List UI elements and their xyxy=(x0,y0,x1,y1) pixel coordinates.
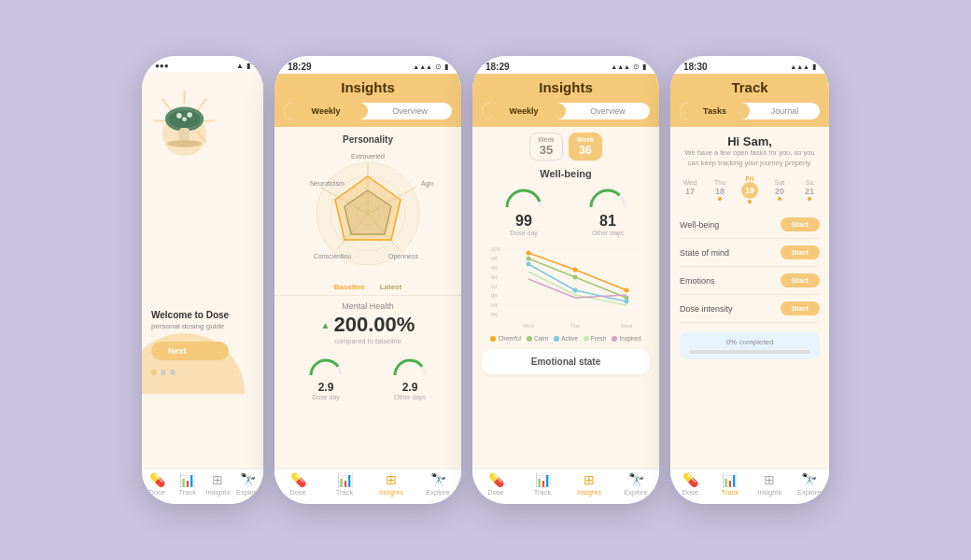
cal-sun: Su 21 xyxy=(795,179,823,201)
nav-explore-1[interactable]: 🔭 Explore xyxy=(233,473,264,497)
radar-chart: .radar-bg { fill: #f9f0e0; stroke: #e8d8… xyxy=(303,148,433,279)
nav-explore-3[interactable]: 🔭 Explore xyxy=(612,473,659,497)
svg-text:Openness: Openness xyxy=(388,253,418,260)
svg-point-13 xyxy=(167,140,203,147)
mental-health-value: 200.00% xyxy=(334,313,415,337)
svg-text:Wed: Wed xyxy=(621,323,632,329)
app-header-3: Insights xyxy=(472,74,659,103)
nav-track-label: Track xyxy=(179,488,196,497)
nav-insights-3[interactable]: ⊞ Insights xyxy=(566,473,612,497)
calendar-row: Wed 17 Thu 18 Fri 19 Sa xyxy=(670,172,829,207)
nav-track-1[interactable]: 📊 Track xyxy=(173,473,204,497)
nav-insights-1[interactable]: ⊞ Insights xyxy=(203,473,233,497)
radar-legend: Baseline Latest xyxy=(284,283,452,291)
dot-1 xyxy=(151,370,157,375)
wifi-icon: ▲ xyxy=(236,62,244,70)
tab-journal-4[interactable]: Journal xyxy=(750,103,820,119)
wellbeing-label: Well-being xyxy=(680,220,719,230)
app-header-2: Insights xyxy=(274,74,461,103)
legend-cheerful: Cheerful xyxy=(490,335,521,342)
legend-baseline: Baseline xyxy=(334,283,365,291)
progress-section: 0% completed xyxy=(680,332,820,359)
phone-1: ●●● ▲ ▮ xyxy=(142,56,263,504)
dose-intensity-label: Dose intensity xyxy=(680,304,733,314)
nav-insights-2[interactable]: ⊞ Insights xyxy=(368,473,415,497)
state-of-mind-start-btn[interactable]: Start xyxy=(781,245,820,259)
legend-calm: Calm xyxy=(527,335,548,342)
cal-sat: Sat 20 xyxy=(766,179,794,201)
nav-dose-1[interactable]: 💊 Dose xyxy=(142,473,173,497)
emotions-label: Emotions xyxy=(680,276,715,286)
welcome-title: Welcome to Dose xyxy=(151,310,229,320)
personality-title: Personality xyxy=(284,134,452,145)
cal-fri[interactable]: Fri 19 xyxy=(736,175,764,203)
track-dose-intensity: Dose intensity Start xyxy=(680,295,820,323)
tab-tasks-4[interactable]: Tasks xyxy=(680,103,750,119)
nav-insights-4[interactable]: ⊞ Insights xyxy=(750,473,790,497)
emotional-state-label: Emotional state xyxy=(531,357,600,367)
phone-4: 18:30 ▲▲▲ ▮ Track Tasks Journal Hi Sam, xyxy=(670,56,829,504)
wellbeing-start-btn[interactable]: Start xyxy=(781,217,820,231)
score-dose-value-2: 2.9 xyxy=(307,381,345,394)
state-of-mind-label: State of mind xyxy=(680,248,729,258)
content-4: Hi Sam, We have a few open tasks for you… xyxy=(670,127,829,469)
nav-dose-3[interactable]: 💊 Dose xyxy=(472,473,519,497)
signal-icon-3: ▲▲▲ xyxy=(611,63,630,70)
mental-health-compare: compared to baseline xyxy=(284,337,452,345)
time-4: 18:30 xyxy=(683,62,708,72)
legend-fresh: Fresh xyxy=(584,335,607,342)
wellbeing-title: Well-being xyxy=(472,164,659,183)
dose-intensity-start-btn[interactable]: Start xyxy=(781,301,820,315)
track-wellbeing: Well-being Start xyxy=(680,211,820,239)
nav-explore-4[interactable]: 🔭 Explore xyxy=(790,473,830,497)
svg-text:88: 88 xyxy=(491,302,498,308)
wifi-icon-2: ⊙ xyxy=(435,63,442,71)
pagination-dots xyxy=(151,370,229,375)
nav-dose-4[interactable]: 💊 Dose xyxy=(670,473,711,497)
nav-dose-2[interactable]: 💊 Dose xyxy=(274,473,321,497)
tab-weekly-3[interactable]: Weekly xyxy=(482,103,566,119)
battery-icon-2: ▮ xyxy=(444,63,448,71)
tab-toggle-2: Weekly Overview xyxy=(274,103,461,127)
svg-text:92: 92 xyxy=(491,284,498,289)
status-bar-3: 18:29 ▲▲▲ ⊙ ▮ xyxy=(472,56,659,74)
svg-point-55 xyxy=(527,262,531,267)
score-dose-label-3: Dose day xyxy=(503,230,544,236)
mental-health-section: Mental Health ▲ 200.00% compared to base… xyxy=(274,295,461,351)
nav-track-4[interactable]: 📊 Track xyxy=(711,473,751,497)
tab-weekly-2[interactable]: Weekly xyxy=(284,103,368,119)
track-emotions: Emotions Start xyxy=(680,267,820,295)
greeting-section: Hi Sam, We have a few open tasks for you… xyxy=(670,127,829,172)
score-other-3: 81 Other days xyxy=(587,187,628,236)
nav-track-3[interactable]: 📊 Track xyxy=(519,473,566,497)
explore-icon: 🔭 xyxy=(240,473,256,486)
content-2: Personality .radar-bg { fill: #f9f0e0; s… xyxy=(274,127,461,469)
welcome-subtitle: personal dosing guide xyxy=(151,322,229,330)
header-title-3: Insights xyxy=(539,79,593,95)
nav-explore-label: Explore xyxy=(236,488,260,497)
signal-icon-4: ▲▲▲ xyxy=(790,63,809,70)
emotional-state-box: Emotional state xyxy=(482,349,650,374)
nav-explore-2[interactable]: 🔭 Explore xyxy=(415,473,461,497)
emotions-start-btn[interactable]: Start xyxy=(781,273,820,287)
insights-icon: ⊞ xyxy=(212,473,223,486)
week-35[interactable]: Week 35 xyxy=(529,133,563,161)
tab-overview-3[interactable]: Overview xyxy=(566,103,650,119)
svg-text:94: 94 xyxy=(491,274,498,280)
score-81: 81 xyxy=(587,213,628,230)
svg-line-2 xyxy=(198,99,206,110)
svg-point-49 xyxy=(527,251,531,256)
status-bar-2: 18:29 ▲▲▲ ⊙ ▮ xyxy=(274,56,461,74)
wifi-icon-3: ⊙ xyxy=(633,63,640,71)
nav-track-2[interactable]: 📊 Track xyxy=(321,473,368,497)
tab-overview-2[interactable]: Overview xyxy=(368,103,452,119)
next-button[interactable]: Next xyxy=(151,342,229,360)
signal-icon-2: ▲▲▲ xyxy=(413,63,432,70)
mental-health-title: Mental Health xyxy=(284,301,452,311)
legend-inspired: Inspired xyxy=(612,335,640,342)
svg-rect-12 xyxy=(179,128,190,142)
week-36[interactable]: Week 36 xyxy=(569,133,602,161)
status-bar-4: 18:30 ▲▲▲ ▮ xyxy=(670,56,829,74)
cal-thu: Thu 18 xyxy=(706,179,734,201)
score-dose-label-2: Dose day xyxy=(307,394,345,400)
